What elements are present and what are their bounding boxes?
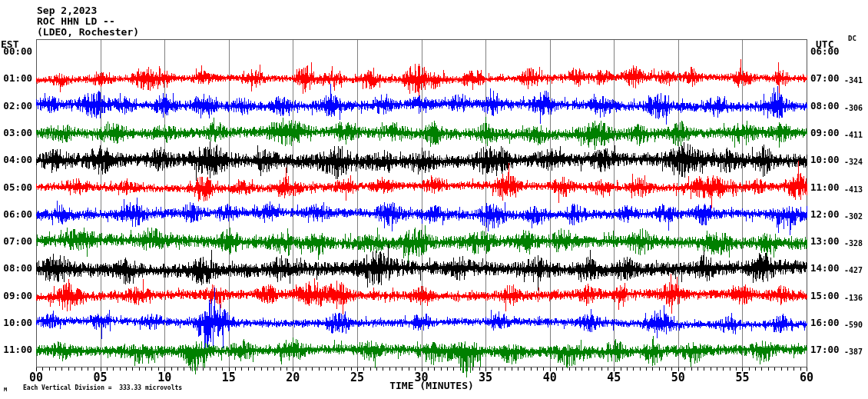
x-tick-label: 60 bbox=[793, 371, 820, 384]
dc-value: -306 bbox=[844, 105, 863, 113]
x-tick-label: 15 bbox=[216, 371, 242, 384]
utc-time-label: 16:00 bbox=[810, 318, 840, 328]
utc-time-label: 15:00 bbox=[810, 291, 840, 301]
x-tick-label: 55 bbox=[729, 371, 755, 384]
x-tick-label: 50 bbox=[665, 371, 691, 384]
utc-time-label: 06:00 bbox=[810, 46, 840, 57]
utc-time-label: 13:00 bbox=[810, 236, 840, 247]
est-time-label: 08:00 bbox=[2, 263, 32, 274]
est-time-label: 05:00 bbox=[2, 182, 32, 193]
est-time-label: 03:00 bbox=[2, 128, 32, 138]
dc-value: -411 bbox=[844, 131, 863, 140]
est-time-label: 04:00 bbox=[2, 155, 32, 165]
x-tick-label: 45 bbox=[601, 371, 627, 384]
est-time-label: 09:00 bbox=[2, 291, 32, 301]
x-tick-label: 25 bbox=[344, 371, 370, 384]
dc-value: -302 bbox=[844, 213, 863, 221]
utc-time-label: 07:00 bbox=[810, 73, 840, 84]
x-tick-label: 20 bbox=[280, 371, 306, 384]
x-axis-title: TIME (MINUTES) bbox=[389, 381, 474, 391]
helicorder-screen: Sep 2,2023 ROC HHN LD -- (LDEO, Rocheste… bbox=[0, 0, 868, 399]
header-station: ROC HHN LD -- bbox=[37, 16, 115, 27]
header-date: Sep 2,2023 bbox=[37, 5, 97, 16]
dc-axis-label: DC bbox=[848, 35, 856, 43]
dc-value: -590 bbox=[844, 321, 863, 330]
dc-value: -387 bbox=[844, 348, 863, 357]
x-tick-label: 05 bbox=[88, 371, 114, 384]
utc-time-label: 12:00 bbox=[810, 209, 840, 220]
est-time-label: 02:00 bbox=[2, 101, 32, 111]
x-tick-label: 40 bbox=[537, 371, 563, 384]
dc-value: -136 bbox=[844, 294, 863, 303]
est-time-label: 00:00 bbox=[2, 46, 32, 57]
est-time-label: 01:00 bbox=[2, 73, 32, 84]
seismogram-plot bbox=[0, 0, 868, 399]
utc-time-label: 11:00 bbox=[810, 182, 840, 193]
est-time-label: 10:00 bbox=[2, 318, 32, 328]
utc-time-label: 10:00 bbox=[810, 155, 840, 165]
x-tick-label: 35 bbox=[472, 371, 499, 384]
utc-time-label: 08:00 bbox=[810, 101, 840, 111]
utc-time-label: 14:00 bbox=[810, 263, 840, 274]
utc-time-label: 17:00 bbox=[810, 344, 840, 355]
dc-value: -341 bbox=[844, 77, 863, 85]
dc-value: -324 bbox=[844, 158, 863, 167]
dc-value: -328 bbox=[844, 240, 863, 248]
est-time-label: 11:00 bbox=[2, 344, 32, 355]
est-time-label: 07:00 bbox=[2, 236, 32, 247]
logo-mark: M bbox=[4, 387, 7, 394]
x-tick-label: 00 bbox=[23, 371, 49, 384]
header-location: (LDEO, Rochester) bbox=[37, 27, 139, 38]
scale-note: Each Vertical Division = 333.33 microvol… bbox=[23, 385, 182, 392]
utc-time-label: 09:00 bbox=[810, 128, 840, 138]
x-tick-label: 10 bbox=[151, 371, 177, 384]
est-time-label: 06:00 bbox=[2, 209, 32, 220]
dc-value: -413 bbox=[844, 186, 863, 195]
dc-value: -427 bbox=[844, 267, 863, 275]
